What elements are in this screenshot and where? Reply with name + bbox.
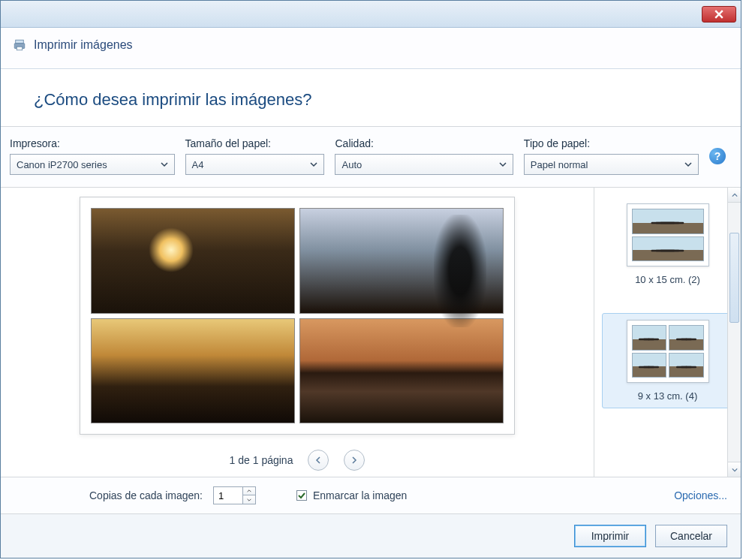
photo-thumb [91,318,295,424]
layout-item-10x15[interactable]: 10 x 15 cm. (2) [602,197,733,292]
printer-icon [13,38,26,52]
fit-frame-label: Enmarcar la imagen [313,489,407,501]
chevron-right-icon [350,456,358,464]
paper-size-value: A4 [192,159,204,170]
scroll-up-button[interactable] [728,188,741,203]
chevron-down-icon [247,498,251,502]
prev-page-button[interactable] [308,450,329,471]
svg-rect-0 [16,40,24,44]
layout-thumb-icon [627,203,709,266]
layout-caption: 9 x 13 cm. (4) [638,390,697,402]
fit-frame-checkbox[interactable] [296,490,307,501]
copies-down-button[interactable] [243,495,255,504]
layout-item-9x13[interactable]: 9 x 13 cm. (4) [602,313,733,408]
header-row: Imprimir imágenes [1,28,741,69]
layouts-scrollbar[interactable] [727,188,741,477]
quality-value: Auto [341,159,362,170]
chevron-down-icon [161,159,168,170]
chevron-down-icon [684,159,692,170]
copies-up-button[interactable] [243,487,255,495]
help-icon[interactable]: ? [709,148,726,164]
print-options-row: Impresora: Canon iP2700 series Tamaño de… [1,127,741,188]
chevron-down-icon [732,467,738,473]
photo-thumb [299,208,504,314]
page-heading: ¿Cómo desea imprimir las imágenes? [1,69,741,126]
printer-value: Canon iP2700 series [17,159,107,170]
cancel-button[interactable]: Cancelar [655,525,727,547]
chevron-up-icon [247,489,251,493]
paper-size-label: Tamaño del papel: [185,137,325,149]
paper-type-select[interactable]: Papel normal [524,154,699,175]
footer-buttons: Imprimir Cancelar [1,514,741,558]
pager: 1 de 1 página [230,450,365,471]
chevron-up-icon [732,192,738,198]
main-area: 1 de 1 página 10 x 15 cm. (2) [1,188,741,477]
preview-pane: 1 de 1 página [1,188,594,477]
layouts-pane: 10 x 15 cm. (2) 9 x 13 cm. (4) [594,188,741,477]
paper-type-value: Papel normal [531,159,588,170]
quality-select[interactable]: Auto [335,154,513,175]
quality-label: Calidad: [335,137,513,149]
options-link[interactable]: Opciones... [674,489,727,501]
scroll-down-button[interactable] [728,462,741,477]
paper-type-label: Tipo de papel: [524,137,699,149]
pager-label: 1 de 1 página [230,454,293,466]
layout-thumb-icon [627,320,709,383]
print-pictures-dialog: Imprimir imágenes ¿Cómo desea imprimir l… [0,0,741,558]
page-preview [80,197,515,435]
printer-label: Impresora: [10,137,175,149]
copies-stepper [213,486,256,504]
photo-thumb [299,318,504,424]
titlebar [1,1,741,28]
copies-label: Copias de cada imagen: [89,489,203,501]
window-title: Imprimir imágenes [34,38,133,52]
svg-rect-2 [17,47,23,50]
check-icon [298,492,305,499]
chevron-left-icon [314,456,322,464]
close-icon [714,10,723,19]
copies-input[interactable] [213,486,243,504]
footer-options: Copias de cada imagen: Enmarcar la image… [1,477,741,514]
close-button[interactable] [702,6,736,23]
scrollbar-thumb[interactable] [729,233,739,323]
photo-thumb [91,208,295,314]
paper-size-select[interactable]: A4 [185,154,325,175]
chevron-down-icon [499,159,507,170]
print-button[interactable]: Imprimir [574,525,646,547]
next-page-button[interactable] [344,450,365,471]
printer-select[interactable]: Canon iP2700 series [10,154,175,175]
layout-caption: 10 x 15 cm. (2) [635,274,700,285]
chevron-down-icon [310,159,317,170]
